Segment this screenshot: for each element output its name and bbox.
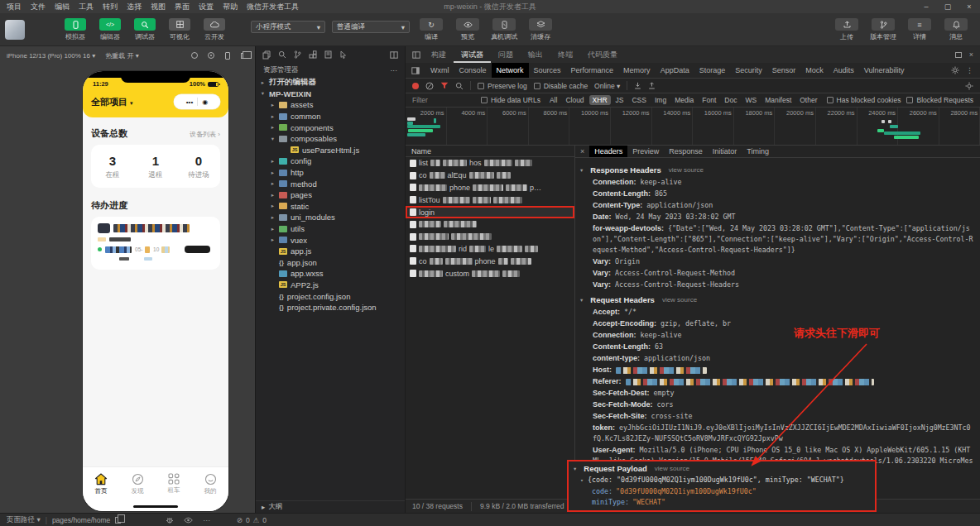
close-button[interactable]: ×	[958, 2, 980, 11]
tab-home[interactable]: 首页	[83, 473, 119, 495]
inspector-button[interactable]: 调试器	[131, 18, 159, 41]
throttling-select[interactable]: Online ▾	[594, 82, 620, 90]
split-editor-icon[interactable]	[390, 51, 398, 59]
filter-type[interactable]: All	[546, 95, 560, 105]
editor-tab[interactable]: 问题	[491, 46, 521, 63]
extensions-icon[interactable]	[309, 50, 317, 59]
kebab-menu-icon[interactable]: ⋮	[966, 66, 973, 74]
import-har-icon[interactable]	[634, 82, 641, 89]
filter-type[interactable]: CSS	[628, 95, 649, 105]
request-row[interactable]: phonep…	[406, 182, 574, 194]
request-row[interactable]: login	[406, 206, 574, 218]
filter-input[interactable]: Filter	[412, 96, 475, 104]
close-details-icon[interactable]: ×	[575, 147, 589, 155]
menu-item[interactable]: 转到	[103, 2, 118, 12]
devtools-tab[interactable]: AppData	[656, 63, 694, 78]
collapse-triangle-icon[interactable]: ▾	[574, 466, 576, 472]
page-path[interactable]: pages/home/home	[52, 516, 110, 524]
filter-funnel-icon[interactable]	[440, 82, 449, 89]
menu-item[interactable]: 文件	[31, 2, 46, 12]
device-select[interactable]: iPhone 12/13 (Pro) 100% 16 ▾	[7, 52, 95, 60]
devtools-tab[interactable]: Vulnerability	[859, 63, 910, 78]
tree-item[interactable]: ▸ static	[256, 201, 405, 213]
project-filter-dropdown[interactable]: 全部项目 ▾	[91, 96, 133, 108]
editor-tab[interactable]: 构建	[424, 46, 454, 63]
device-debug-button[interactable]: 真机调试	[490, 18, 518, 41]
menu-item[interactable]: 帮助	[223, 2, 238, 12]
menu-item[interactable]: 界面	[175, 2, 190, 12]
filter-type[interactable]: Manifest	[761, 95, 795, 105]
devtools-tab[interactable]: Mock	[800, 63, 829, 78]
user-avatar[interactable]	[5, 20, 25, 40]
source-control-icon[interactable]	[294, 50, 301, 59]
minimize-button[interactable]: –	[915, 2, 937, 11]
editor-tab[interactable]: 代码质量	[580, 46, 625, 63]
tree-item[interactable]: JS useParseHtml.js	[256, 145, 405, 156]
devtools-tab[interactable]: Sensor	[767, 63, 801, 78]
menu-item[interactable]: 工具	[79, 2, 94, 12]
tree-item[interactable]: ▸ vuex	[256, 234, 405, 246]
rotate-icon[interactable]	[190, 51, 199, 60]
todo-card[interactable]: 05- 10	[91, 217, 220, 270]
filter-type[interactable]: Other	[796, 95, 820, 105]
dock-side-icon[interactable]	[406, 67, 425, 74]
menu-item[interactable]: 选择	[127, 2, 142, 12]
clear-icon[interactable]	[425, 82, 434, 90]
tree-item[interactable]: ▸ uni_modules	[256, 212, 405, 223]
outline-section[interactable]: ▸ 大纲	[256, 500, 405, 513]
blocked-requests-checkbox[interactable]: Blocked Requests	[906, 96, 973, 104]
clear-cache-button[interactable]: 清缓存	[526, 18, 555, 41]
devtools-tab[interactable]: Console	[454, 63, 492, 78]
locate-icon[interactable]	[207, 51, 215, 60]
preserve-log-checkbox[interactable]: Preserve log	[478, 82, 527, 90]
details-tab[interactable]: Initiator	[708, 146, 742, 157]
tree-item[interactable]: {} app.json	[256, 257, 405, 269]
tree-item[interactable]: ▸ 打开的编辑器	[256, 77, 405, 88]
request-row[interactable]	[406, 231, 574, 243]
maximize-button[interactable]: ▢	[937, 2, 958, 11]
request-row[interactable]: listTou	[406, 194, 574, 206]
tree-item[interactable]: ▸ assets	[256, 99, 405, 111]
filter-type[interactable]: WS	[742, 95, 760, 105]
hide-data-urls-checkbox[interactable]: Hide data URLs	[481, 96, 540, 104]
blocked-cookies-checkbox[interactable]: Has blocked cookies	[827, 96, 901, 104]
tree-item[interactable]: {} project.config.json	[256, 290, 405, 302]
tree-item[interactable]: ▾ MP-WEIXIN	[256, 88, 405, 100]
cloud-dev-button[interactable]: 云开发	[200, 18, 228, 41]
preview-button[interactable]: 预览	[454, 18, 482, 41]
filter-type[interactable]: JS	[612, 95, 627, 105]
more-actions-icon[interactable]: ···	[391, 66, 398, 74]
view-source-link[interactable]: view source	[669, 166, 704, 174]
request-row[interactable]: ridle	[406, 243, 574, 256]
filter-type[interactable]: Font	[699, 95, 719, 105]
close-panel-icon[interactable]: ×	[969, 50, 973, 59]
mode-select[interactable]: 小程序模式 ▾	[251, 21, 325, 33]
tree-item[interactable]: app.wxss	[256, 268, 405, 280]
maximize-panel-icon[interactable]	[955, 52, 962, 58]
simulator-button[interactable]: 模拟器	[61, 18, 89, 41]
editor-tab[interactable]: 输出	[521, 46, 550, 63]
filter-type[interactable]: Img	[651, 95, 670, 105]
view-source-link[interactable]: view source	[655, 465, 689, 472]
menu-item[interactable]: 视图	[151, 2, 166, 12]
stat-item[interactable]: 3 在租	[91, 154, 134, 180]
multi-window-icon[interactable]	[240, 51, 248, 60]
devtools-tab[interactable]: Audits	[829, 63, 859, 78]
disable-cache-checkbox[interactable]: Disable cache	[534, 82, 588, 90]
details-tab[interactable]: Headers	[589, 146, 627, 157]
request-row[interactable]	[406, 218, 574, 231]
request-row[interactable]: cophone	[406, 255, 574, 267]
problems-indicator[interactable]: ⊘ 0 ⚠ 0	[237, 516, 267, 524]
tree-item[interactable]: ▸ config	[256, 155, 405, 167]
editor-tab[interactable]: 终端	[550, 46, 580, 63]
devtools-tab[interactable]: Security	[730, 63, 767, 78]
details-tab[interactable]: Timing	[742, 146, 774, 157]
tab-discover[interactable]: 发现	[119, 473, 156, 495]
search-icon[interactable]	[278, 50, 286, 59]
device-list-link[interactable]: 设备列表 ›	[190, 130, 220, 139]
tab-profile[interactable]: 我的	[192, 473, 228, 495]
tree-item[interactable]: ▸ http	[256, 167, 405, 179]
hot-reload-toggle[interactable]: 热重载 开 ▾	[105, 51, 138, 60]
export-har-icon[interactable]	[648, 82, 656, 89]
collapse-triangle-icon[interactable]: ▾	[580, 167, 583, 174]
